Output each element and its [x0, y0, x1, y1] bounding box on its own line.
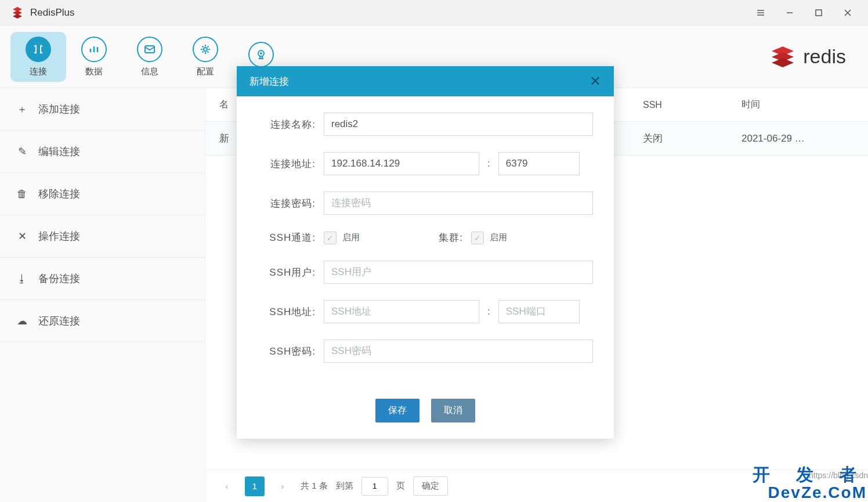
sidebar-item-remove[interactable]: 🗑 移除连接 [0, 173, 205, 215]
ssh-port-input[interactable] [498, 300, 580, 323]
cancel-button[interactable]: 取消 [431, 399, 475, 422]
pagination-total: 共 1 条 [301, 481, 328, 492]
sidebar-item-label: 添加连接 [38, 102, 80, 116]
svg-point-8 [260, 52, 262, 55]
page-confirm-button[interactable]: 确定 [413, 476, 448, 496]
view-icon [248, 42, 274, 67]
next-page-button[interactable]: › [273, 476, 292, 496]
dialog-header: 新增连接 ✕ [237, 66, 614, 96]
label-connection-name: 连接名称: [258, 118, 316, 131]
save-button[interactable]: 保存 [375, 399, 419, 422]
pagination-page-suffix: 页 [396, 481, 405, 492]
page-number-button[interactable]: 1 [245, 476, 265, 496]
config-icon [193, 37, 218, 62]
app-logo-icon [10, 6, 24, 20]
ssh-addr-input[interactable] [324, 300, 479, 323]
svg-marker-2 [13, 14, 22, 19]
label-cluster: 集群: [428, 231, 463, 244]
cluster-enable-label: 启用 [490, 232, 507, 243]
label-connection-addr: 连接地址: [258, 157, 316, 171]
sidebar-item-edit[interactable]: ✎ 编辑连接 [0, 131, 205, 173]
column-header-ssh: SSH [643, 100, 742, 110]
sidebar-item-label: 编辑连接 [38, 145, 80, 158]
plus-icon: ＋ [16, 102, 28, 116]
pagination-goto-label: 到第 [336, 481, 353, 492]
connection-icon [26, 37, 51, 62]
connection-name-input[interactable] [324, 113, 593, 136]
ssh-password-input[interactable] [324, 340, 593, 363]
label-ssh-user: SSH用户: [258, 266, 316, 279]
connection-password-input[interactable] [324, 192, 593, 215]
sidebar-item-label: 备份连接 [38, 272, 80, 286]
tools-icon: ✕ [16, 230, 28, 243]
label-ssh-tunnel: SSH通道: [258, 231, 316, 244]
ssh-enable-label: 启用 [342, 232, 360, 243]
sidebar-item-restore[interactable]: ☁ 还原连接 [0, 300, 205, 342]
svg-rect-3 [816, 10, 822, 16]
dialog-title: 新增连接 [249, 75, 289, 88]
trash-icon: 🗑 [16, 188, 28, 200]
upload-icon: ☁ [16, 315, 28, 327]
redis-logo: redis [768, 44, 858, 70]
toolbar-item-config[interactable]: 配置 [178, 32, 233, 82]
data-icon [81, 37, 107, 62]
page-input[interactable] [361, 477, 388, 496]
sidebar: ＋ 添加连接 ✎ 编辑连接 🗑 移除连接 ✕ 操作连接 ⭳ 备份连接 ☁ 还原连… [0, 88, 205, 502]
menu-button[interactable] [754, 6, 767, 19]
download-icon: ⭳ [16, 273, 28, 285]
dialog-close-button[interactable]: ✕ [589, 73, 601, 89]
toolbar-item-connection[interactable]: 连接 [10, 32, 66, 82]
svg-point-6 [204, 48, 207, 51]
sidebar-item-operate[interactable]: ✕ 操作连接 [0, 215, 205, 258]
cluster-checkbox[interactable]: ✓ [471, 232, 484, 244]
sidebar-item-add[interactable]: ＋ 添加连接 [0, 88, 205, 131]
maximize-button[interactable] [812, 6, 825, 19]
pencil-icon: ✎ [16, 145, 28, 158]
connection-port-input[interactable] [498, 152, 580, 175]
app-title: RedisPlus [30, 7, 754, 19]
label-connection-password: 连接密码: [258, 197, 316, 210]
toolbar-item-data[interactable]: 数据 [66, 32, 122, 82]
connection-addr-input[interactable] [324, 152, 479, 175]
minimize-button[interactable] [783, 6, 796, 19]
ssh-addr-port-separator: : [487, 306, 490, 317]
label-ssh-addr: SSH地址: [258, 305, 316, 319]
svg-marker-11 [772, 58, 794, 67]
sidebar-item-backup[interactable]: ⭳ 备份连接 [0, 258, 205, 300]
ssh-tunnel-checkbox[interactable]: ✓ [324, 232, 337, 244]
watermark-brand2: DevZe.CoM [753, 483, 867, 502]
cell-time: 2021-06-29 … [742, 133, 854, 145]
addr-port-separator: : [487, 158, 490, 169]
label-ssh-password: SSH密码: [258, 345, 316, 358]
prev-page-button[interactable]: ‹ [217, 476, 237, 496]
sidebar-item-label: 移除连接 [38, 187, 80, 201]
sidebar-item-label: 操作连接 [38, 229, 80, 243]
close-button[interactable] [841, 6, 854, 19]
new-connection-dialog: 新增连接 ✕ 连接名称: 连接地址: : 连接密码: SSH通道: ✓ 启用 集… [237, 66, 614, 439]
toolbar-item-info[interactable]: 信息 [122, 32, 178, 82]
titlebar: RedisPlus [0, 0, 868, 26]
info-icon [137, 37, 162, 62]
ssh-user-input[interactable] [324, 261, 593, 284]
column-header-time: 时间 [742, 99, 854, 111]
sidebar-item-label: 还原连接 [38, 314, 80, 328]
cell-ssh: 关闭 [643, 132, 742, 145]
